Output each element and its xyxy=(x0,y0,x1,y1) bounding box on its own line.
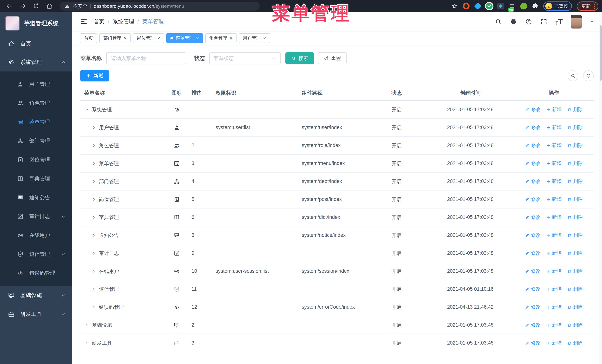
chevron-right-icon[interactable] xyxy=(92,215,96,219)
add-row-button[interactable]: 新增 xyxy=(546,124,562,131)
bookmark-star-icon[interactable] xyxy=(452,3,458,10)
add-row-button[interactable]: 新增 xyxy=(546,322,562,328)
reset-button[interactable]: 重置 xyxy=(318,52,347,64)
scrollbar[interactable] xyxy=(599,12,602,364)
edit-button[interactable]: 修改 xyxy=(525,232,540,239)
tab-menu[interactable]: 菜单管理× xyxy=(166,33,203,43)
add-row-button[interactable]: 新增 xyxy=(546,196,562,203)
sidebar-item-infra[interactable]: 基础设施 xyxy=(0,286,72,305)
chevron-right-icon[interactable] xyxy=(92,251,96,256)
delete-button[interactable]: 删除 xyxy=(567,214,583,220)
status-select[interactable]: 菜单状态 xyxy=(209,52,281,64)
delete-button[interactable]: 删除 xyxy=(567,142,583,149)
chevron-right-icon[interactable] xyxy=(92,269,96,273)
refresh-table-button[interactable] xyxy=(583,70,594,81)
delete-button[interactable]: 删除 xyxy=(567,232,583,239)
delete-button[interactable]: 删除 xyxy=(567,268,583,274)
tab-dept[interactable]: 部门管理× xyxy=(99,33,130,43)
edit-button[interactable]: 修改 xyxy=(525,322,540,328)
chevron-right-icon[interactable] xyxy=(92,197,96,202)
browser-back-button[interactable] xyxy=(6,3,13,10)
breadcrumb-item[interactable]: 首页 xyxy=(94,18,105,25)
chevron-right-icon[interactable] xyxy=(85,341,89,345)
menu-name-input[interactable] xyxy=(106,52,186,64)
extension-grid-icon[interactable] xyxy=(497,3,504,10)
delete-button[interactable]: 删除 xyxy=(567,178,583,185)
sidebar-item-devtool[interactable]: 研发工具 xyxy=(0,305,72,324)
sidebar-item-home[interactable]: 首页 xyxy=(0,34,72,53)
add-row-button[interactable]: 新增 xyxy=(546,304,562,310)
sidebar-item-post[interactable]: 岗位管理 xyxy=(0,150,72,169)
delete-button[interactable]: 删除 xyxy=(567,286,583,292)
profile-paused-badge[interactable]: 已暂停 xyxy=(543,1,572,11)
sidebar-item-role[interactable]: 角色管理 xyxy=(0,94,72,113)
add-row-button[interactable]: 新增 xyxy=(546,160,562,167)
delete-button[interactable]: 删除 xyxy=(567,106,583,113)
caret-down-icon[interactable] xyxy=(590,20,594,24)
extension-green-icon[interactable] xyxy=(520,3,527,10)
chevron-right-icon[interactable] xyxy=(92,161,96,166)
edit-button[interactable]: 修改 xyxy=(525,142,540,149)
close-icon[interactable]: × xyxy=(230,36,232,41)
add-row-button[interactable]: 新增 xyxy=(546,286,562,292)
add-row-button[interactable]: 新增 xyxy=(546,142,562,149)
font-size-icon[interactable]: TT xyxy=(556,18,563,25)
delete-button[interactable]: 删除 xyxy=(567,304,583,310)
help-icon[interactable] xyxy=(525,18,532,25)
add-row-button[interactable]: 新增 xyxy=(546,340,562,346)
sidebar-item-user[interactable]: 用户管理 xyxy=(0,75,72,94)
edit-button[interactable]: 修改 xyxy=(525,124,540,131)
close-icon[interactable]: × xyxy=(263,36,266,41)
browser-reload-button[interactable] xyxy=(32,3,40,10)
close-icon[interactable]: × xyxy=(124,36,127,41)
chevron-right-icon[interactable] xyxy=(92,179,96,184)
app-logo-row[interactable]: 芋道管理系统 xyxy=(0,12,72,34)
chevron-right-icon[interactable] xyxy=(92,287,96,291)
chevron-right-icon[interactable] xyxy=(92,233,96,238)
sidebar-item-notice[interactable]: 通知公告 xyxy=(0,188,72,207)
tab-user[interactable]: 用户管理× xyxy=(239,33,270,43)
add-row-button[interactable]: 新增 xyxy=(546,250,562,256)
edit-button[interactable]: 修改 xyxy=(525,214,540,220)
search-button[interactable]: 搜索 xyxy=(285,52,314,64)
extensions-puzzle-icon[interactable] xyxy=(532,3,538,10)
toggle-search-button[interactable] xyxy=(568,70,578,81)
sidebar-item-menu[interactable]: 菜单管理 xyxy=(0,113,72,131)
browser-update-button[interactable]: 更新 xyxy=(577,1,598,11)
browser-forward-button[interactable] xyxy=(19,3,26,10)
edit-button[interactable]: 修改 xyxy=(525,106,540,113)
extension-check-icon[interactable] xyxy=(486,3,493,10)
chevron-right-icon[interactable] xyxy=(92,143,96,148)
add-row-button[interactable]: 新增 xyxy=(546,232,562,239)
add-row-button[interactable]: 新增 xyxy=(546,268,562,274)
delete-button[interactable]: 删除 xyxy=(567,160,583,167)
close-icon[interactable]: × xyxy=(196,36,199,41)
add-button[interactable]: 新增 xyxy=(80,70,109,82)
chevron-right-icon[interactable] xyxy=(92,305,96,309)
edit-button[interactable]: 修改 xyxy=(525,340,540,346)
fullscreen-icon[interactable] xyxy=(540,18,547,25)
scrollbar-thumb[interactable] xyxy=(600,25,602,81)
add-row-button[interactable]: 新增 xyxy=(546,178,562,185)
delete-button[interactable]: 删除 xyxy=(567,124,583,131)
edit-button[interactable]: 修改 xyxy=(525,178,540,185)
extension-ubuntu-icon[interactable] xyxy=(463,3,470,10)
sidebar-item-online[interactable]: 在线用户 xyxy=(0,226,72,245)
sidebar-item-audit[interactable]: 审计日志 xyxy=(0,207,72,226)
edit-button[interactable]: 修改 xyxy=(525,250,540,256)
sidebar-item-dept[interactable]: 部门管理 xyxy=(0,131,72,150)
chevron-down-icon[interactable] xyxy=(85,107,89,112)
user-avatar[interactable] xyxy=(571,15,582,29)
address-bar[interactable]: 不安全 dashboard.yudao.iocoder.cn/system/me… xyxy=(60,2,260,10)
close-icon[interactable]: × xyxy=(157,36,160,41)
sidebar-item-dict[interactable]: 字典管理 xyxy=(0,169,72,188)
browser-menu-dots-icon[interactable] xyxy=(594,3,595,9)
edit-button[interactable]: 修改 xyxy=(525,304,540,310)
edit-button[interactable]: 修改 xyxy=(525,160,540,167)
delete-button[interactable]: 删除 xyxy=(567,196,583,203)
add-row-button[interactable]: 新增 xyxy=(546,106,562,113)
sidebar-fold-icon[interactable] xyxy=(80,18,87,25)
chevron-right-icon[interactable] xyxy=(92,125,96,130)
extension-tabs-icon[interactable]: on xyxy=(509,3,516,10)
edit-button[interactable]: 修改 xyxy=(525,286,540,292)
